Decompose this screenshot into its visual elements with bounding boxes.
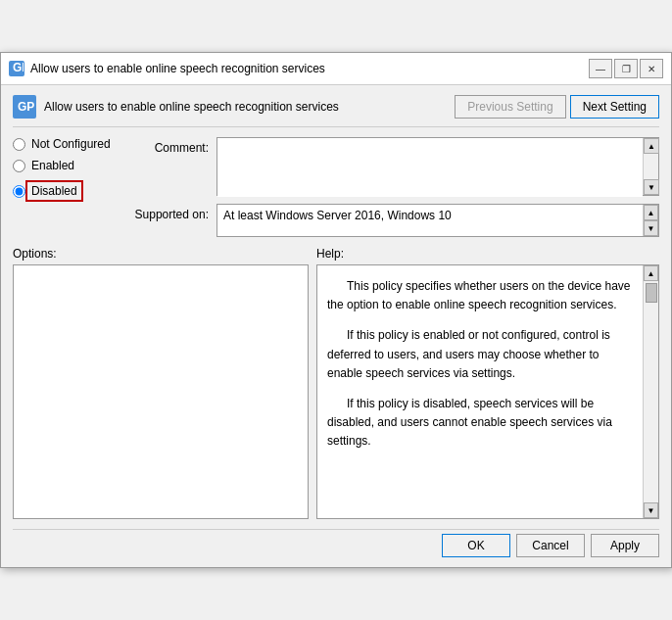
radio-enabled-input[interactable] (13, 160, 25, 172)
supported-scroll-down[interactable]: ▼ (644, 220, 658, 236)
svg-text:GP: GP (18, 100, 34, 114)
footer-buttons: OK Cancel Apply (13, 529, 659, 557)
minimize-button[interactable]: — (589, 59, 612, 78)
radio-disabled-input[interactable] (13, 185, 25, 198)
ok-button[interactable]: OK (442, 534, 510, 557)
options-panel (13, 264, 309, 519)
window-title: Allow users to enable online speech reco… (30, 62, 325, 75)
radio-enabled[interactable]: Enabled (13, 159, 122, 172)
apply-button[interactable]: Apply (591, 534, 659, 557)
supported-scrollbar: ▲ ▼ (643, 205, 658, 236)
policy-dialog: GP Allow users to enable online speech r… (0, 52, 672, 568)
header-icon: GP (13, 95, 36, 119)
dialog-content: GP Allow users to enable online speech r… (1, 85, 671, 567)
left-panel: Not Configured Enabled Disabled (13, 137, 130, 247)
help-scroll-thumb[interactable] (646, 283, 657, 303)
help-scrollbar: ▲ ▼ (643, 265, 658, 518)
help-paragraph-1: This policy specifies whether users on t… (327, 277, 633, 314)
comment-scroll-down[interactable]: ▼ (644, 179, 659, 195)
header-row: GP Allow users to enable online speech r… (13, 95, 659, 127)
comment-scrollbar: ▲ ▼ (643, 138, 658, 195)
options-section-label: Options: (13, 247, 316, 261)
help-content: This policy specifies whether users on t… (317, 265, 643, 518)
help-panel: This policy specifies whether users on t… (316, 264, 659, 519)
radio-disabled[interactable]: Disabled (13, 180, 122, 202)
radio-group: Not Configured Enabled Disabled (13, 137, 122, 202)
supported-box: At least Windows Server 2016, Windows 10… (216, 204, 659, 237)
header-left: GP Allow users to enable online speech r… (13, 95, 339, 119)
help-paragraph-2: If this policy is enabled or not configu… (327, 326, 633, 383)
comment-textarea[interactable] (217, 138, 643, 197)
comment-scroll-track (644, 154, 658, 179)
window-controls: — ❐ ✕ (589, 59, 663, 78)
cancel-button[interactable]: Cancel (516, 534, 585, 557)
svg-text:GP: GP (13, 62, 24, 74)
help-scroll-down[interactable]: ▼ (644, 502, 658, 518)
supported-value: At least Windows Server 2016, Windows 10 (217, 205, 643, 236)
close-button[interactable]: ✕ (640, 59, 663, 78)
radio-disabled-label: Disabled (25, 180, 83, 202)
title-bar: GP Allow users to enable online speech r… (1, 53, 671, 85)
radio-not-configured[interactable]: Not Configured (13, 137, 122, 151)
help-scroll-up[interactable]: ▲ (644, 265, 658, 281)
radio-enabled-label: Enabled (31, 159, 74, 172)
comment-label: Comment: (130, 137, 209, 155)
supported-scroll-up[interactable]: ▲ (644, 205, 658, 220)
supported-label: Supported on: (130, 204, 209, 221)
radio-not-configured-input[interactable] (13, 138, 25, 151)
next-setting-button[interactable]: Next Setting (570, 95, 659, 119)
nav-buttons: Previous Setting Next Setting (455, 95, 659, 119)
help-section-label: Help: (316, 247, 659, 261)
comment-field-container: ▲ ▼ (216, 137, 659, 196)
bottom-panels: This policy specifies whether users on t… (13, 264, 659, 519)
section-labels: Options: Help: (13, 247, 659, 261)
main-layout: Not Configured Enabled Disabled (13, 137, 659, 247)
window-icon: GP (9, 61, 24, 76)
restore-button[interactable]: ❐ (614, 59, 638, 78)
title-bar-left: GP Allow users to enable online speech r… (9, 61, 325, 76)
comment-row: Comment: ▲ ▼ (130, 137, 659, 196)
right-panel: Comment: ▲ ▼ Supported on: At least (130, 137, 659, 247)
prev-setting-button[interactable]: Previous Setting (455, 95, 565, 119)
radio-not-configured-label: Not Configured (31, 137, 111, 151)
supported-row: Supported on: At least Windows Server 20… (130, 204, 659, 237)
help-scroll-track (644, 281, 658, 502)
comment-scroll-up[interactable]: ▲ (644, 138, 659, 154)
help-paragraph-3: If this policy is disabled, speech servi… (327, 395, 633, 452)
header-title: Allow users to enable online speech reco… (44, 100, 339, 114)
